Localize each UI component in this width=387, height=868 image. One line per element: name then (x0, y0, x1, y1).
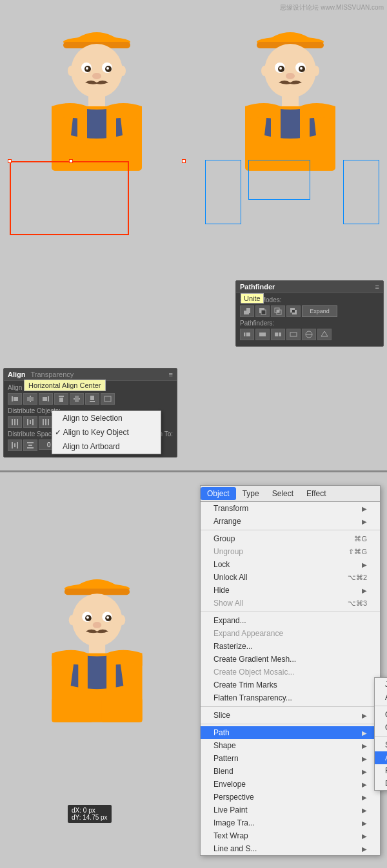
separator-1 (201, 530, 380, 530)
menu-bar-select[interactable]: Select (266, 487, 300, 500)
menu-expand-appearance[interactable]: Expand Appearance (201, 627, 380, 640)
menu-perspective[interactable]: Perspective ▶ (201, 791, 380, 804)
submenu-sep-1 (375, 706, 387, 706)
menu-envelope-arrow: ▶ (362, 781, 367, 788)
menu-line-shape[interactable]: Line and S... ▶ (201, 842, 380, 855)
menu-transform[interactable]: Transform ▶ (201, 502, 380, 515)
menu-text-wrap[interactable]: Text Wrap ▶ (201, 829, 380, 842)
pf-btn-4[interactable] (286, 329, 301, 340)
align-center-h-btn[interactable]: Horizontal Align Center (23, 393, 37, 405)
menu-lock[interactable]: Lock ▶ (201, 558, 380, 571)
menu-bar: Object Type Select Effect (201, 486, 380, 502)
menu-blend[interactable]: Blend ▶ (201, 765, 380, 778)
menu-group[interactable]: Group ⌘G (201, 532, 380, 545)
pf-btn-5[interactable] (302, 329, 316, 340)
menu-ungroup-shortcut: ⇧⌘G (348, 548, 367, 556)
dist-btn-2[interactable] (23, 416, 37, 428)
menu-gradient-mesh[interactable]: Create Gradient Mesh... (201, 653, 380, 666)
menu-rasterize[interactable]: Rasterize... (201, 640, 380, 653)
menu-pattern[interactable]: Pattern ▶ (201, 752, 380, 765)
exclude-btn[interactable] (286, 305, 301, 317)
panel-expand-icon[interactable]: ≡ (169, 371, 173, 378)
submenu-divide-objects[interactable]: Divide Objects Below (375, 777, 387, 790)
spacing-btn-1[interactable] (8, 439, 22, 451)
menu-path-arrow: ▶ (362, 729, 367, 737)
pathfinder-expand[interactable]: ≡ (375, 283, 379, 291)
menu-expand[interactable]: Expand... (201, 614, 380, 627)
menu-hide[interactable]: Hide ▶ (201, 584, 380, 597)
menu-expand-app-label: Expand Appearance (213, 629, 283, 638)
info-box: dX: 0 px dY: 14.75 px (68, 805, 112, 823)
transparency-tab[interactable]: Transparency (31, 371, 74, 378)
align-to-key-object[interactable]: Align to Key Object (52, 425, 161, 439)
submenu-remove-anchor[interactable]: Remove Anchor Points (375, 764, 387, 777)
menu-blend-arrow: ▶ (362, 768, 367, 775)
object-menu: Object Type Select Effect Transform ▶ Ar… (200, 485, 381, 856)
pf-btn-2[interactable] (255, 329, 270, 340)
svg-point-98 (92, 622, 101, 628)
dist-btn-3[interactable] (39, 416, 53, 428)
menu-ungroup[interactable]: Ungroup ⇧⌘G (201, 545, 380, 558)
spacing-btn-2[interactable] (23, 439, 37, 451)
menu-slice[interactable]: Slice ▶ (201, 709, 380, 722)
svg-rect-106 (101, 699, 142, 722)
align-to-selection[interactable]: Align to Selection (52, 411, 161, 425)
menu-envelope[interactable]: Envelope ▶ (201, 778, 380, 791)
svg-rect-16 (12, 396, 13, 401)
svg-rect-51 (28, 445, 32, 446)
svg-point-66 (313, 66, 319, 76)
svg-rect-31 (17, 419, 18, 425)
top-left-panel: Align Transparency ≡ Align Objects: Hori… (0, 0, 194, 470)
minus-front-btn[interactable] (255, 305, 270, 317)
submenu-offset-path[interactable]: Offset Path... (375, 721, 387, 734)
worker-character-1 (32, 6, 161, 200)
submenu-sep-2 (375, 736, 387, 737)
menu-show-all[interactable]: Show All ⌥⌘3 (201, 597, 380, 610)
menu-trim-marks[interactable]: Create Trim Marks (201, 679, 380, 691)
menu-shape[interactable]: Shape ▶ (201, 739, 380, 752)
menu-image-trace[interactable]: Image Tra... ▶ (201, 816, 380, 829)
info-dy: dY: 14.75 px (72, 814, 108, 821)
pf-btn-1[interactable] (240, 329, 254, 340)
svg-point-7 (86, 67, 88, 70)
svg-point-65 (261, 66, 268, 76)
align-extra-btn[interactable] (101, 393, 115, 405)
svg-rect-52 (27, 447, 34, 448)
svg-rect-80 (292, 310, 295, 313)
svg-rect-77 (277, 310, 279, 313)
separator-4 (201, 724, 380, 724)
menu-live-paint[interactable]: Live Paint ▶ (201, 804, 380, 816)
unite-btn[interactable]: Unite (240, 305, 254, 317)
svg-point-64 (286, 73, 295, 79)
submenu-add-anchor[interactable]: Add Anchor Points (375, 751, 387, 764)
menu-line-shape-label: Line and S... (213, 844, 257, 853)
svg-rect-47 (12, 442, 13, 448)
dist-btn-1[interactable] (8, 416, 22, 428)
intersect-btn[interactable] (271, 305, 285, 317)
align-left-btn[interactable] (8, 393, 22, 405)
expand-btn[interactable]: Expand (302, 305, 337, 317)
align-top-btn[interactable] (54, 393, 68, 405)
align-middle-btn[interactable] (70, 393, 84, 405)
align-bottom-btn[interactable] (85, 393, 99, 405)
pf-btn-3[interactable] (271, 329, 285, 340)
submenu-average[interactable]: Average... ⌥⌘J (375, 691, 387, 704)
pathfinder-tab[interactable]: Pathfinder (240, 283, 275, 291)
menu-bar-effect[interactable]: Effect (300, 487, 332, 500)
menu-bar-object[interactable]: Object (201, 487, 236, 500)
align-to-artboard[interactable]: Align to Artboard (52, 439, 161, 454)
menu-object-mosaic[interactable]: Create Object Mosaic... (201, 666, 380, 679)
menu-arrange[interactable]: Arrange ▶ (201, 515, 380, 528)
pf-btn-6[interactable] (317, 329, 332, 340)
submenu-outline-stroke[interactable]: Outline Stroke (375, 708, 387, 721)
submenu-simplify[interactable]: Simplify... (375, 738, 387, 751)
menu-path[interactable]: Path ▶ (201, 726, 380, 739)
align-right-btn[interactable] (39, 393, 53, 405)
align-tab[interactable]: Align (8, 371, 26, 378)
menu-lock-arrow: ▶ (362, 561, 367, 568)
svg-rect-22 (59, 396, 64, 397)
menu-flatten[interactable]: Flatten Transparency... (201, 691, 380, 704)
menu-bar-type[interactable]: Type (236, 487, 266, 500)
submenu-join[interactable]: Join ⌘J (375, 678, 387, 691)
menu-unlock-all[interactable]: Unlock All ⌥⌘2 (201, 571, 380, 584)
